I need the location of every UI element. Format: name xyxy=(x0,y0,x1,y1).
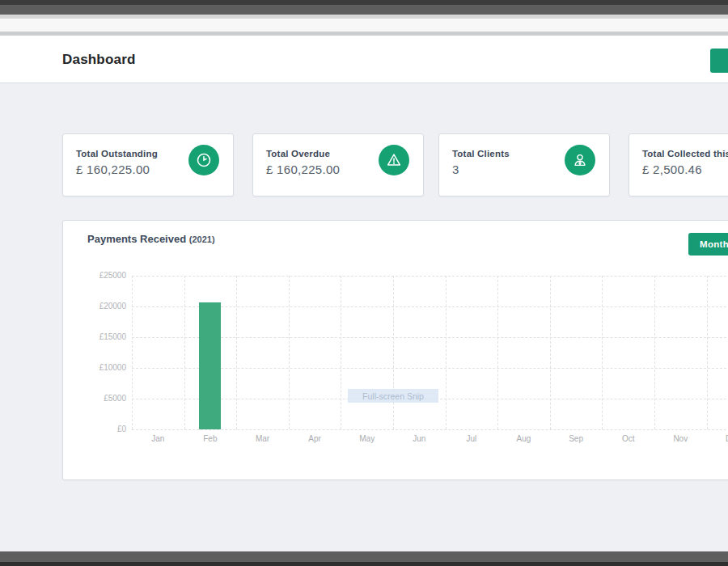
browser-toolbar xyxy=(0,19,728,32)
x-gridline xyxy=(184,276,185,429)
window-bottom-edge xyxy=(0,562,728,566)
x-gridline xyxy=(707,276,708,429)
y-gridline xyxy=(132,337,728,338)
x-gridline xyxy=(289,276,290,429)
x-axis-month-label: Jan xyxy=(133,434,182,443)
y-axis-tick-label: £10000 xyxy=(84,363,126,372)
chart-title: Payments Received (2021) xyxy=(87,233,215,245)
warning-triangle-icon xyxy=(379,145,409,175)
x-axis-month-label: Aug xyxy=(500,434,548,443)
x-gridline xyxy=(341,276,341,429)
x-axis-month-label: Nov xyxy=(656,434,705,443)
taskbar xyxy=(0,551,728,562)
y-axis-tick-label: £0 xyxy=(84,424,126,433)
window-title-bar xyxy=(0,5,728,15)
y-axis-tick-label: £15000 xyxy=(84,332,126,341)
x-gridline xyxy=(132,276,133,429)
x-axis-month-label: Jul xyxy=(447,434,496,443)
y-gridline xyxy=(132,276,728,277)
y-axis-tick-label: £25000 xyxy=(84,271,126,280)
stat-title: Total Overdue xyxy=(266,149,330,158)
stat-card-total-overdue: Total Overdue £ 160,225.00 xyxy=(252,133,424,196)
stat-title: Total Clients xyxy=(452,149,510,158)
stat-value: £ 160,225.00 xyxy=(76,163,150,176)
x-axis-month-label: Oct xyxy=(604,434,653,443)
x-axis-month-label: Apr xyxy=(290,434,339,443)
x-axis-month-label: Jun xyxy=(395,434,443,443)
stat-value: £ 160,225.00 xyxy=(266,163,340,176)
clock-icon xyxy=(188,145,219,175)
stat-card-total-collected: Total Collected this Y £ 2,500.46 xyxy=(629,133,728,196)
stat-title: Total Outstanding xyxy=(76,149,158,158)
y-gridline xyxy=(132,306,728,307)
header-action-button[interactable] xyxy=(710,49,728,73)
x-gridline xyxy=(446,276,447,429)
stat-title: Total Collected this Y xyxy=(642,149,728,158)
period-monthly-button[interactable]: Monthly xyxy=(688,233,728,256)
fullscreen-snip-watermark: Full-screen Snip xyxy=(348,389,438,403)
page-header: Dashboard xyxy=(0,36,728,83)
client-person-icon xyxy=(565,145,595,175)
payments-chart-card: Payments Received (2021) Monthly £0£5000… xyxy=(62,220,728,480)
x-axis-month-label: Mar xyxy=(239,434,287,443)
x-gridline xyxy=(497,276,498,429)
stat-card-total-outstanding: Total Outstanding £ 160,225.00 xyxy=(62,133,234,196)
x-gridline xyxy=(550,276,551,429)
y-gridline xyxy=(132,429,728,430)
x-gridline xyxy=(236,276,237,429)
x-gridline xyxy=(393,276,394,429)
page-title: Dashboard xyxy=(62,52,136,68)
x-axis-month-label: Dec xyxy=(709,434,728,443)
bar-feb[interactable] xyxy=(199,302,221,429)
stat-value: 3 xyxy=(452,163,459,176)
x-axis-month-label: May xyxy=(343,434,392,443)
y-gridline xyxy=(132,368,728,369)
chart-title-text: Payments Received xyxy=(87,233,186,245)
y-axis-tick-label: £5000 xyxy=(84,394,126,403)
x-axis-month-label: Sep xyxy=(552,434,600,443)
stat-value: £ 2,500.46 xyxy=(642,163,702,176)
y-axis-tick-label: £20000 xyxy=(84,302,126,310)
x-gridline xyxy=(654,276,655,429)
x-axis-month-label: Feb xyxy=(186,434,235,443)
stat-card-total-clients: Total Clients 3 xyxy=(438,133,610,196)
chart-subtitle: (2021) xyxy=(189,234,215,244)
bar-chart-plot-area: £0£5000£10000£15000£20000£25000JanFebMar… xyxy=(132,276,728,429)
x-gridline xyxy=(602,276,603,429)
